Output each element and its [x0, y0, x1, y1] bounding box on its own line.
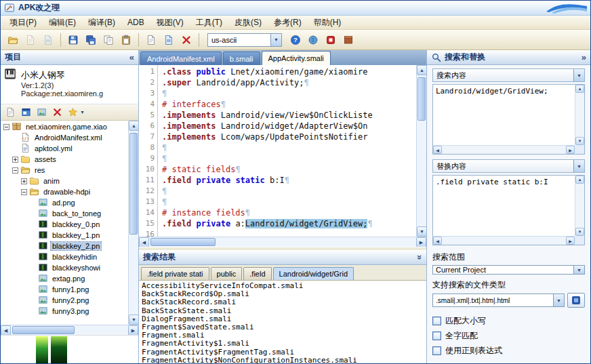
scroll-left-button[interactable]: ◀ — [433, 146, 442, 154]
replace-input[interactable]: .field private static b:I — [433, 176, 575, 236]
tree-item[interactable]: blackkey_1.pn — [1, 230, 128, 241]
search-content-dropdown[interactable]: 搜索内容 ▼ — [432, 68, 585, 82]
scope-select[interactable]: Current Project ▼ — [432, 265, 585, 275]
textbox-horizontal-scrollbar[interactable]: ◀▶ — [433, 236, 575, 245]
tree-expander[interactable] — [12, 157, 18, 163]
editor-tab[interactable]: AndroidManifest.xml — [140, 52, 222, 65]
export-file-button[interactable] — [161, 32, 177, 48]
tree-expander[interactable] — [12, 167, 18, 174]
filetypes-select[interactable]: .smali|.xml|.txt|.htm|.html ▼ — [432, 294, 565, 307]
checkbox[interactable] — [432, 331, 441, 340]
scroll-up-button[interactable]: ▲ — [575, 176, 584, 184]
chevron-down-icon[interactable]: ▼ — [573, 160, 584, 172]
result-file[interactable]: FragmentActivity$NonConfigurationInstanc… — [142, 357, 426, 363]
search-input[interactable]: Landroid/widget/GridView; — [433, 85, 575, 145]
collapse-results-icon[interactable]: » — [415, 255, 425, 260]
checkbox[interactable] — [432, 317, 441, 325]
title-bar[interactable]: APK改之理 — [1, 1, 590, 16]
chevron-down-icon[interactable]: ▼ — [270, 34, 281, 46]
close-file-button[interactable] — [178, 32, 195, 48]
menu-item[interactable]: 帮助(H) — [308, 16, 348, 30]
sign-apk-button[interactable] — [305, 32, 321, 48]
chevron-down-icon[interactable]: ▼ — [573, 69, 584, 81]
scroll-left-button[interactable]: ◀ — [139, 237, 149, 247]
search-in-files-button[interactable] — [567, 293, 585, 308]
menu-item[interactable]: 编辑(E) — [43, 16, 82, 30]
tree-expander[interactable] — [21, 178, 27, 184]
scroll-up-button[interactable]: ▲ — [129, 121, 139, 131]
tree-item[interactable]: blackkeyshowi — [1, 262, 128, 273]
result-file[interactable]: FragmentActivity$1.smali — [142, 340, 426, 348]
scroll-down-button[interactable]: ▼ — [575, 228, 584, 236]
save-button[interactable] — [65, 32, 81, 48]
scroll-down-button[interactable]: ▼ — [417, 226, 427, 237]
tree-vertical-scrollbar[interactable]: ▲ ▼ — [128, 121, 138, 325]
scroll-thumb[interactable] — [129, 133, 138, 235]
tree-item[interactable]: funny1.png — [1, 284, 128, 295]
help-button[interactable]: ? — [287, 32, 304, 48]
collapse-panel-icon[interactable]: « — [129, 52, 134, 62]
checkbox[interactable] — [432, 346, 441, 355]
editor-vertical-scrollbar[interactable]: ▲ ▼ — [416, 65, 426, 237]
scroll-right-button[interactable]: ▶ — [566, 237, 575, 245]
tree-item[interactable]: drawable-hdpi — [1, 186, 128, 197]
copy-button[interactable] — [100, 32, 117, 48]
tree-item[interactable]: blackkeyhidin — [1, 251, 128, 262]
tree-item[interactable]: extag.png — [1, 273, 128, 284]
chevron-down-icon[interactable]: ▼ — [573, 266, 584, 274]
stop-button[interactable] — [323, 32, 339, 48]
tree-item[interactable]: res — [1, 165, 128, 176]
tree-expander[interactable] — [3, 124, 9, 130]
results-tab[interactable]: .field private stati — [141, 267, 209, 280]
textbox-horizontal-scrollbar[interactable]: ◀▶ — [433, 145, 575, 154]
tree-item[interactable]: assets — [1, 154, 128, 165]
menu-item[interactable]: 工具(T) — [190, 16, 228, 30]
scroll-thumb[interactable] — [417, 77, 426, 121]
paste-button[interactable] — [118, 32, 134, 48]
scroll-right-button[interactable]: ▶ — [416, 237, 426, 247]
install-apk-button[interactable] — [340, 32, 356, 48]
tree-item[interactable]: AndroidManifest.xml — [1, 132, 128, 143]
tree-item[interactable]: blackkey_0.pn — [1, 219, 128, 230]
menu-item[interactable]: ADB — [121, 16, 150, 28]
open-apk-button[interactable] — [5, 32, 21, 48]
results-tab[interactable]: Landroid/widget/Grid — [273, 267, 354, 280]
menu-item[interactable]: 项目(P) — [3, 16, 43, 30]
textbox-vertical-scrollbar[interactable]: ▲▼ — [575, 176, 584, 236]
result-file[interactable]: BackStackRecord.smali — [142, 298, 426, 306]
code-editor[interactable]: .class public Lnet/xiaomiren/game/xiaomi… — [158, 65, 416, 237]
result-file[interactable]: FragmentActivity$FragmentTag.smali — [142, 348, 426, 357]
editor-horizontal-scrollbar[interactable]: ◀ ▶ — [139, 237, 426, 247]
chevron-down-icon[interactable]: ▼ — [80, 110, 85, 115]
save-all-button[interactable] — [83, 32, 99, 48]
tree-item[interactable]: apktool.yml — [1, 143, 128, 154]
replace-content-dropdown[interactable]: 替换内容 ▼ — [432, 159, 585, 173]
chevron-down-icon[interactable]: ▼ — [553, 294, 564, 306]
tree-item[interactable]: net.xiaomiren.game.xiao — [1, 121, 128, 132]
textbox-vertical-scrollbar[interactable]: ▲▼ — [575, 85, 584, 145]
scroll-thumb[interactable] — [12, 326, 75, 334]
image-viewer-button[interactable] — [35, 106, 48, 119]
scroll-down-button[interactable]: ▼ — [129, 315, 139, 325]
scroll-down-button[interactable]: ▼ — [575, 137, 584, 145]
new-file-button[interactable] — [143, 32, 159, 48]
favorites-button[interactable] — [66, 106, 79, 119]
scroll-right-button[interactable]: ▶ — [128, 325, 138, 336]
tree-item[interactable]: funny3.png — [1, 306, 128, 317]
menu-item[interactable]: 参考(R) — [268, 16, 308, 30]
menu-item[interactable]: 皮肤(S) — [228, 16, 268, 30]
editor-tab[interactable]: b.smali — [223, 52, 260, 65]
editor-tab[interactable]: AppActivity.smali — [262, 51, 331, 65]
encoding-select[interactable]: us-ascii▼ — [207, 33, 282, 47]
tree-item[interactable]: anim — [1, 176, 128, 186]
scroll-up-button[interactable]: ▲ — [417, 65, 427, 75]
translate-button[interactable] — [19, 106, 33, 119]
delete-node-button[interactable] — [50, 106, 64, 119]
tree-item[interactable]: ad.png — [1, 197, 128, 208]
tree-item[interactable]: blackkey_2.pn — [1, 241, 128, 251]
menu-item[interactable]: 编译(B) — [82, 16, 121, 30]
scroll-left-button[interactable]: ◀ — [433, 237, 442, 245]
result-file[interactable]: BackStackState.smali — [142, 307, 426, 315]
tree-expander[interactable] — [21, 189, 27, 195]
scroll-thumb[interactable] — [150, 238, 216, 246]
